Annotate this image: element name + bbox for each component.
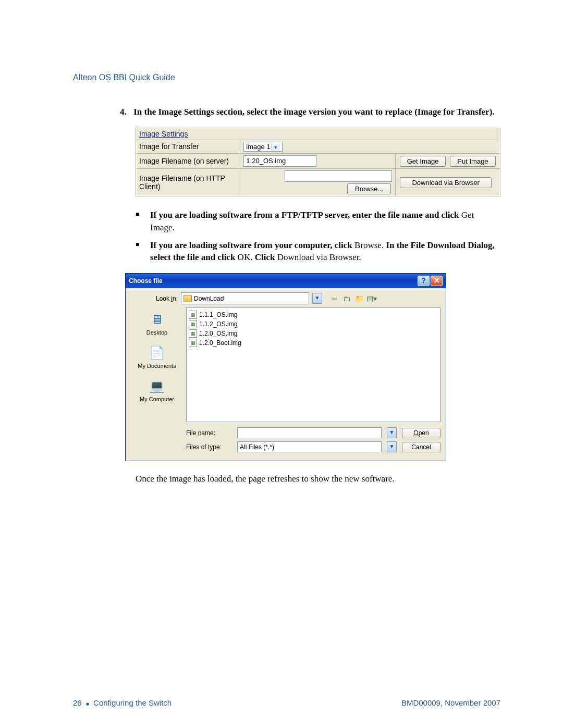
computer-icon: 💻 bbox=[146, 377, 167, 395]
list-item[interactable]: ▦1.2.0_Boot.img bbox=[189, 338, 438, 348]
bullet-browser-load: If you are loading software from your co… bbox=[136, 239, 500, 264]
choose-file-dialog: Choose file ? ✕ Look in: DownLoad ▼ ⇦ 🗀 … bbox=[125, 273, 446, 461]
chevron-down-icon[interactable]: ▼ bbox=[387, 441, 397, 452]
look-in-label: Look in: bbox=[131, 295, 178, 302]
list-item[interactable]: ▦1.1.1_OS.img bbox=[189, 310, 438, 319]
step-number: 4. bbox=[120, 106, 131, 118]
look-in-select[interactable]: DownLoad bbox=[181, 292, 309, 304]
filename-label: File name: bbox=[186, 429, 232, 437]
page-footer: 26 ■ Configuring the Switch BMD00009, No… bbox=[73, 698, 500, 707]
file-icon: ▦ bbox=[189, 311, 197, 319]
image-filename-server-input[interactable]: 1.20_OS.img bbox=[243, 155, 316, 167]
cancel-button[interactable]: Cancel bbox=[402, 442, 440, 452]
folder-icon bbox=[183, 295, 192, 302]
dialog-title: Choose file bbox=[129, 277, 163, 285]
image-settings-panel: Image Settings Image for Transfer image … bbox=[136, 128, 500, 196]
page-number: 26 bbox=[73, 698, 82, 707]
chevron-down-icon[interactable]: ▼ bbox=[387, 427, 397, 438]
bullet-ftp-tftp: If you are loading software from a FTP/T… bbox=[136, 209, 500, 234]
step-4-text: 4. In the Image Settings section, select… bbox=[120, 106, 500, 118]
image-for-transfer-label: Image for Transfer bbox=[136, 140, 240, 153]
file-list[interactable]: ▦1.1.1_OS.img ▦1.1.2_OS.img ▦1.2.0_OS.im… bbox=[186, 307, 440, 422]
place-desktop[interactable]: 🖥 Desktop bbox=[131, 311, 183, 336]
desktop-icon: 🖥 bbox=[146, 311, 167, 328]
step-text-bold: In the Image Settings section, select th… bbox=[133, 107, 494, 117]
put-image-button[interactable]: Put Image bbox=[450, 156, 496, 167]
place-my-documents[interactable]: 📄 My Documents bbox=[131, 344, 183, 369]
image-filename-server-label: Image Filename (on server) bbox=[136, 154, 240, 169]
view-menu-icon[interactable]: ▤▾ bbox=[367, 294, 376, 303]
file-icon: ▦ bbox=[189, 339, 197, 347]
open-button[interactable]: Open bbox=[402, 428, 440, 438]
dialog-titlebar[interactable]: Choose file ? ✕ bbox=[126, 274, 446, 288]
filename-input[interactable] bbox=[237, 427, 382, 438]
places-bar: 🖥 Desktop 📄 My Documents 💻 My Computer bbox=[131, 307, 183, 455]
filetype-select[interactable]: All Files (*.*) bbox=[237, 441, 382, 452]
new-folder-icon[interactable]: 📁 bbox=[354, 294, 364, 303]
list-item[interactable]: ▦1.1.2_OS.img bbox=[189, 319, 438, 329]
filetype-label: Files of type: bbox=[186, 443, 232, 451]
help-icon[interactable]: ? bbox=[418, 276, 430, 286]
image-filename-http-input[interactable] bbox=[285, 170, 392, 182]
footer-right: BMD00009, November 2007 bbox=[401, 698, 500, 707]
footer-section: Configuring the Switch bbox=[93, 698, 172, 707]
close-icon[interactable]: ✕ bbox=[431, 276, 443, 286]
browse-button[interactable]: Browse... bbox=[347, 183, 391, 194]
up-folder-icon[interactable]: 🗀 bbox=[342, 294, 351, 303]
image-for-transfer-select[interactable]: image 1▾ bbox=[243, 142, 282, 152]
file-icon: ▦ bbox=[189, 320, 197, 328]
chevron-down-icon[interactable]: ▼ bbox=[312, 293, 322, 304]
list-item[interactable]: ▦1.2.0_OS.img bbox=[189, 329, 438, 338]
instruction-bullets: If you are loading software from a FTP/T… bbox=[136, 209, 500, 264]
image-filename-http-label: Image Filename (on HTTP Client) bbox=[136, 169, 240, 196]
image-settings-link[interactable]: Image Settings bbox=[139, 130, 188, 138]
final-paragraph: Once the image has loaded, the page refr… bbox=[136, 474, 500, 484]
square-bullet-icon: ■ bbox=[86, 701, 89, 707]
place-my-computer[interactable]: 💻 My Computer bbox=[131, 377, 183, 402]
chevron-down-icon[interactable]: ▾ bbox=[272, 144, 280, 151]
download-via-browser-button[interactable]: Download via Browser bbox=[400, 177, 492, 188]
documents-icon: 📄 bbox=[146, 344, 167, 362]
file-icon: ▦ bbox=[189, 329, 197, 338]
back-icon[interactable]: ⇦ bbox=[329, 294, 339, 303]
page-header-title: Alteon OS BBI Quick Guide bbox=[73, 73, 500, 82]
get-image-button[interactable]: Get Image bbox=[400, 156, 446, 167]
